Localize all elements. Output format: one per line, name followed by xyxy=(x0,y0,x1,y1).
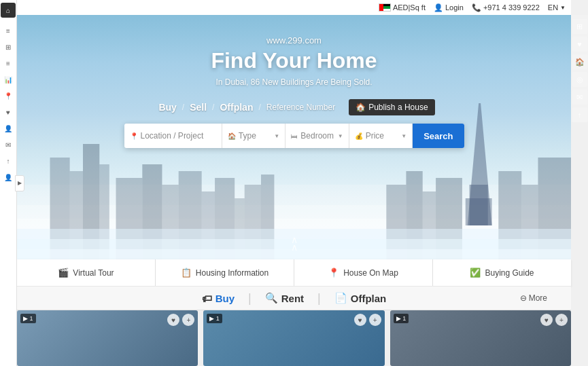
left-expand-handle[interactable]: ▶ xyxy=(15,175,24,191)
rs-icon-message[interactable]: ✉ xyxy=(572,90,587,105)
login-button[interactable]: 👤 Login xyxy=(434,3,464,12)
location-icon: 📍 xyxy=(130,132,138,140)
offplan-tab-label: Offplan xyxy=(351,293,387,304)
house-icon: 🏠 xyxy=(356,103,366,112)
virtual-tour-icon: 🎬 xyxy=(58,268,69,278)
price-field[interactable]: 💰 Price ▼ xyxy=(349,124,413,148)
bedroom-field[interactable]: 🛏 Bedroom ▼ xyxy=(286,124,349,148)
card-actions-1: ♥ + xyxy=(167,314,194,326)
card-actions-2: ♥ + xyxy=(354,314,381,326)
more-label: More xyxy=(529,293,547,303)
search-bar: 📍 Location / Project 🏠 Type ▼ 🛏 Bedroom … xyxy=(124,124,464,148)
card-add-3[interactable]: + xyxy=(555,314,568,326)
feature-housing-info[interactable]: 📋 Housing Information xyxy=(156,259,294,286)
cards-row: ▶ 1 ♥ + ▶ 1 ♥ + ▶ 1 ♥ + xyxy=(17,310,571,366)
rs-icon-heart[interactable]: ♥ xyxy=(572,37,587,52)
sidebar-icon-user[interactable]: 👤 xyxy=(1,121,16,136)
login-label: Login xyxy=(445,3,464,12)
price-icon: 💰 xyxy=(355,132,363,140)
hero-url: www.299.com xyxy=(17,35,571,45)
phone-number[interactable]: 📞 +971 4 339 9222 xyxy=(472,3,540,12)
sidebar-icon-upload[interactable]: ↑ xyxy=(1,153,16,168)
logo[interactable]: ⌂ xyxy=(1,3,16,18)
virtual-tour-label: Virtual Tour xyxy=(73,268,114,278)
phone-icon: 📞 xyxy=(472,3,481,12)
sidebar-icon-menu[interactable]: ≡ xyxy=(1,23,16,38)
tab-rent[interactable]: 🔍 Rent xyxy=(252,287,317,310)
rent-tab-icon: 🔍 xyxy=(265,292,278,304)
type-icon: 🏠 xyxy=(228,132,236,140)
price-placeholder: Price xyxy=(366,131,384,141)
card-favorite-1[interactable]: ♥ xyxy=(167,314,179,326)
user-icon: 👤 xyxy=(434,3,443,12)
card-badge-1: ▶ 1 xyxy=(20,314,36,323)
minus-circle-icon: ⊖ xyxy=(520,293,527,303)
sidebar-icon-heart[interactable]: ♥ xyxy=(1,105,16,120)
card-favorite-3[interactable]: ♥ xyxy=(540,314,553,326)
nav-offplan[interactable]: Offplan xyxy=(214,99,258,115)
features-bar: 🎬 Virtual Tour 📋 Housing Information 📍 H… xyxy=(17,259,571,287)
currency-label: AED|Sq ft xyxy=(393,3,426,12)
offplan-tab-icon: 📄 xyxy=(334,292,347,304)
feature-virtual-tour[interactable]: 🎬 Virtual Tour xyxy=(17,259,156,286)
publish-label: Publish a House xyxy=(368,103,428,112)
property-card-3[interactable]: ▶ 1 ♥ + xyxy=(390,310,571,366)
rs-icon-grid[interactable]: ⊞ xyxy=(572,19,587,34)
currency-selector[interactable]: AED|Sq ft xyxy=(379,3,426,12)
language-selector[interactable]: EN ▼ xyxy=(548,3,566,12)
sidebar-icon-message[interactable]: ✉ xyxy=(1,137,16,152)
card-badge-2: ▶ 1 xyxy=(207,314,222,323)
nav-reference[interactable]: Reference Number xyxy=(261,100,341,115)
housing-info-icon: 📋 xyxy=(181,268,192,278)
more-link[interactable]: ⊖ More xyxy=(520,293,547,303)
feature-house-on-map[interactable]: 📍 House On Map xyxy=(294,259,433,286)
sidebar-icon-map[interactable]: 📍 xyxy=(1,88,16,103)
nav-sell[interactable]: Sell xyxy=(184,99,212,115)
sidebar-icon-grid[interactable]: ⊞ xyxy=(1,39,16,54)
sidebar-icon-chart[interactable]: 📊 xyxy=(1,72,16,87)
type-field[interactable]: 🏠 Type ▼ xyxy=(222,124,286,148)
scroll-arrow[interactable]: ∧ ∧ xyxy=(17,236,571,251)
tab-offplan[interactable]: 📄 Offplan xyxy=(321,287,400,310)
buying-guide-icon: ✅ xyxy=(470,268,481,278)
section-tabs: 🏷 Buy | 🔍 Rent | 📄 Offplan ⊖ More xyxy=(17,287,571,310)
language-label: EN xyxy=(548,3,558,12)
card-favorite-2[interactable]: ♥ xyxy=(354,314,366,326)
house-on-map-icon: 📍 xyxy=(328,268,339,278)
rent-tab-label: Rent xyxy=(281,293,304,304)
rs-icon-location[interactable]: ◎ xyxy=(572,72,587,87)
hero-subtitle: In Dubai, 86 New Buildings Are Being Sol… xyxy=(17,77,571,87)
card-actions-3: ♥ + xyxy=(540,314,568,326)
publish-button[interactable]: 🏠 Publish a House xyxy=(349,99,434,115)
buy-tab-label: Buy xyxy=(215,293,235,304)
nav-buy[interactable]: Buy xyxy=(153,99,181,115)
property-card-1[interactable]: ▶ 1 ♥ + xyxy=(17,310,198,366)
buy-tab-icon: 🏷 xyxy=(202,293,212,304)
location-placeholder: Location / Project xyxy=(141,131,204,141)
chevron-down-icon: ▼ xyxy=(401,133,407,139)
svg-rect-9 xyxy=(466,198,492,225)
card-badge-3: ▶ 1 xyxy=(394,314,409,323)
tab-buy[interactable]: 🏷 Buy xyxy=(188,287,248,310)
card-add-1[interactable]: + xyxy=(182,314,194,326)
sidebar-icon-profile[interactable]: 👤 xyxy=(1,170,16,185)
feature-buying-guide[interactable]: ✅ Buying Guide xyxy=(433,259,571,286)
chevron-down-icon: ▼ xyxy=(338,133,343,139)
hero-section: www.299.com Find Your Home In Dubai, 86 … xyxy=(17,15,571,259)
search-button[interactable]: Search xyxy=(413,124,464,148)
hero-content: www.299.com Find Your Home In Dubai, 86 … xyxy=(17,35,571,148)
buying-guide-label: Buying Guide xyxy=(485,268,534,278)
bedroom-placeholder: Bedroom xyxy=(300,131,334,141)
property-card-2[interactable]: ▶ 1 ♥ + xyxy=(203,310,384,366)
chevron-down-icon: ▼ xyxy=(274,133,279,139)
card-add-2[interactable]: + xyxy=(369,314,381,326)
hero-title: Find Your Home xyxy=(17,48,571,73)
location-field[interactable]: 📍 Location / Project xyxy=(124,124,222,148)
sidebar-icon-list[interactable]: ≡ xyxy=(1,56,16,71)
chevron-down-icon: ▼ xyxy=(560,5,566,11)
rs-icon-up[interactable]: ↑ xyxy=(572,107,587,122)
right-sidebar: ⊞ ♥ 🏠 ◎ ✉ ↑ xyxy=(571,15,588,122)
bedroom-icon: 🛏 xyxy=(291,132,298,140)
rs-icon-home[interactable]: 🏠 xyxy=(572,54,587,69)
housing-info-label: Housing Information xyxy=(196,268,269,278)
